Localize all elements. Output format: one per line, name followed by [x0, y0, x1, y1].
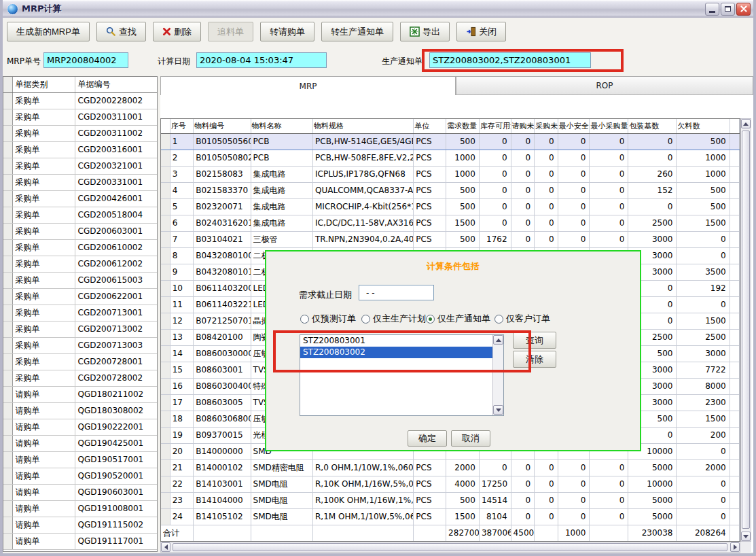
- orders-column-header[interactable]: 单据类别: [12, 77, 75, 92]
- calc-date-input[interactable]: [196, 52, 327, 68]
- mrp-column-header[interactable]: 序号: [170, 119, 194, 133]
- prod-notice-input[interactable]: [429, 52, 591, 68]
- order-row[interactable]: 请购单QGD190425001: [3, 435, 157, 451]
- mrp-column-header[interactable]: 需求数量: [446, 119, 480, 133]
- row-selector[interactable]: [161, 329, 170, 345]
- row-selector[interactable]: [161, 411, 170, 427]
- row-selector[interactable]: [3, 468, 12, 484]
- notice-list-item[interactable]: STZ200803001: [300, 335, 503, 347]
- row-selector[interactable]: [3, 109, 12, 125]
- row-selector[interactable]: [3, 272, 12, 288]
- close-window-button[interactable]: [736, 3, 751, 16]
- row-selector[interactable]: [3, 402, 12, 419]
- tab-mrp[interactable]: MRP: [160, 76, 456, 95]
- listbox-scroll-up-button[interactable]: [493, 335, 503, 345]
- notice-list-item[interactable]: STZ200803002: [300, 347, 503, 358]
- trace-order-button[interactable]: 追料单: [208, 22, 253, 41]
- row-selector[interactable]: [161, 280, 170, 296]
- query-button[interactable]: 查询: [513, 332, 556, 349]
- row-selector[interactable]: [161, 215, 170, 231]
- new-mrp-button[interactable]: 生成新的MRP单: [7, 22, 90, 41]
- row-selector[interactable]: [3, 451, 12, 468]
- row-selector[interactable]: [161, 459, 170, 476]
- order-row[interactable]: 采购单CGD200311001: [3, 109, 157, 125]
- order-row[interactable]: 采购单CGD200728001: [3, 353, 157, 370]
- order-row[interactable]: 采购单CGD200331001: [3, 174, 157, 190]
- order-row[interactable]: 采购单CGD200321001: [3, 158, 157, 174]
- row-selector[interactable]: [3, 141, 12, 158]
- tab-rop[interactable]: ROP: [456, 76, 753, 95]
- material-row[interactable]: 4B021583370集成电路QUALCOMM,QCA8337-AL3PCS50…: [161, 182, 740, 198]
- delete-button[interactable]: 删除: [153, 22, 201, 41]
- row-selector[interactable]: [3, 239, 12, 256]
- row-selector[interactable]: [3, 207, 12, 223]
- material-row[interactable]: 23B14104000SMD电阻R,100K OHM,1/16W,1%,04PC…: [161, 492, 740, 508]
- order-row[interactable]: 请购单QGD191117001: [3, 533, 157, 549]
- order-row[interactable]: 采购单CGD200728002: [3, 370, 157, 386]
- order-row[interactable]: 采购单CGD200311002: [3, 125, 157, 141]
- row-selector[interactable]: [3, 125, 12, 141]
- row-selector[interactable]: [161, 264, 170, 280]
- order-row[interactable]: 采购单CGD200612002: [3, 256, 157, 272]
- material-row[interactable]: 22B14103001SMD电阻R,10K OHM,1/16W,5%,040PC…: [161, 476, 740, 492]
- scroll-right-button[interactable]: [730, 542, 740, 552]
- order-row[interactable]: 请购单QGD190517001: [3, 451, 157, 468]
- cancel-button[interactable]: 取消: [451, 430, 490, 447]
- row-selector[interactable]: [161, 378, 170, 394]
- row-selector[interactable]: [161, 394, 170, 411]
- material-row[interactable]: 6B0240316201集成电路IC,DC/DC,11-58V,AX3162EP…: [161, 215, 740, 231]
- find-button[interactable]: 查找: [96, 22, 146, 41]
- row-selector[interactable]: [161, 247, 170, 264]
- row-selector[interactable]: [3, 305, 12, 321]
- row-selector[interactable]: [161, 492, 170, 508]
- order-row[interactable]: 采购单CGD200713002: [3, 321, 157, 337]
- material-row[interactable]: 5B02320071集成电路MICROCHIP,4-Kbit(256*16PCS…: [161, 198, 740, 215]
- order-row[interactable]: 采购单CGD200615003: [3, 272, 157, 288]
- ok-button[interactable]: 确定: [408, 430, 447, 447]
- radio-forecast-orders[interactable]: 仅预测订单: [300, 313, 356, 325]
- mrp-column-header[interactable]: 物料名称: [251, 119, 312, 133]
- row-selector[interactable]: [161, 345, 170, 362]
- to-production-notice-button[interactable]: 转生产通知单: [321, 22, 393, 41]
- row-selector[interactable]: [3, 353, 12, 370]
- row-selector[interactable]: [3, 337, 12, 353]
- horizontal-scroll-thumb[interactable]: [173, 543, 727, 551]
- clear-button[interactable]: 清除: [513, 351, 556, 368]
- row-selector[interactable]: [3, 158, 12, 174]
- mrp-column-header[interactable]: 单位: [414, 119, 446, 133]
- radio-production-notice[interactable]: 仅生产通知单: [426, 313, 490, 325]
- maximize-button[interactable]: [721, 3, 735, 16]
- order-row[interactable]: 请购单QGD190222001: [3, 419, 157, 435]
- row-selector[interactable]: [161, 296, 170, 313]
- mrp-no-input[interactable]: [43, 52, 128, 68]
- order-row[interactable]: 请购单QGD180308002: [3, 402, 157, 419]
- order-row[interactable]: 采购单CGD200228002: [3, 92, 157, 109]
- material-row[interactable]: 1B0105050560PCBPCB,HW-514GE,GE5/4GE1PCS5…: [161, 133, 740, 150]
- order-row[interactable]: 采购单CGD200426001: [3, 190, 157, 207]
- vertical-scrollbar[interactable]: [740, 118, 751, 542]
- material-row[interactable]: 2B0105050802PCBPCB,HW-508FE,8FE,V2,20PCS…: [161, 150, 740, 166]
- radio-customer-orders[interactable]: 仅客户订单: [494, 313, 550, 325]
- row-selector[interactable]: [3, 500, 12, 517]
- row-selector[interactable]: [161, 198, 170, 215]
- row-selector[interactable]: [3, 321, 12, 337]
- order-row[interactable]: 请购单QGD190520001: [3, 468, 157, 484]
- order-row[interactable]: 采购单CGD200713003: [3, 337, 157, 353]
- mrp-column-header[interactable]: 最小安全量: [558, 119, 590, 133]
- row-selector[interactable]: [161, 313, 170, 329]
- row-selector[interactable]: [3, 288, 12, 305]
- order-row[interactable]: 请购单QGD180211002: [3, 386, 157, 402]
- listbox-scrollbar[interactable]: [492, 335, 503, 415]
- row-selector[interactable]: [161, 443, 170, 459]
- orders-column-header[interactable]: 单据编号: [75, 77, 157, 92]
- scroll-up-button[interactable]: [741, 119, 751, 128]
- scroll-down-button[interactable]: [741, 532, 751, 541]
- row-selector[interactable]: [3, 435, 12, 451]
- material-row[interactable]: 3B02158083集成电路ICPLUS,IP178G,QFN68PCS1000…: [161, 166, 740, 182]
- order-row[interactable]: 采购单CGD200622001: [3, 288, 157, 305]
- mrp-column-header[interactable]: 物料编号: [194, 119, 251, 133]
- material-row[interactable]: 21B14000102SMD精密电阻R,0 OHM,1/10W,1%,0603P…: [161, 459, 740, 476]
- material-row[interactable]: 24B14105102SMD电阻R,1M OHM,1/10W,5%,0603PC…: [161, 508, 740, 525]
- row-selector[interactable]: [161, 182, 170, 198]
- row-selector[interactable]: [3, 174, 12, 190]
